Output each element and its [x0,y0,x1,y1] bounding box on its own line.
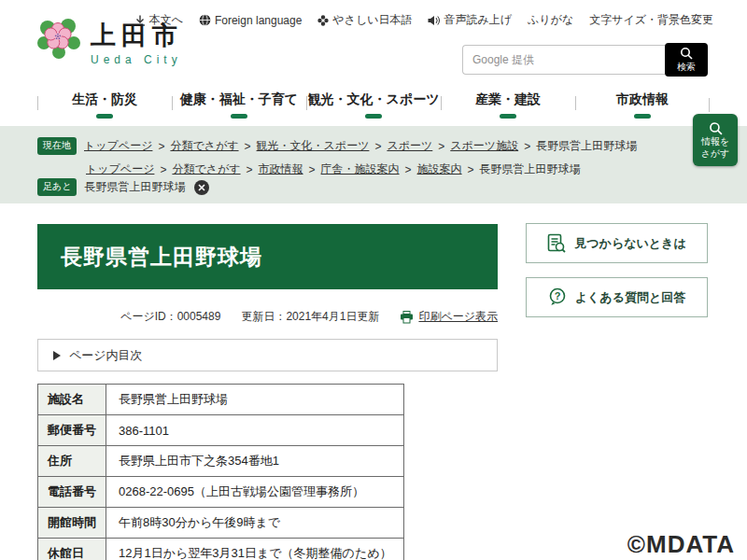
breadcrumb-separator: > [247,163,253,176]
table-row: 電話番号 0268-22-0695（上田古戦場公園管理事務所） [38,477,404,508]
nav-item[interactable]: 市政情報 [575,91,710,119]
breadcrumb-separator: > [405,163,412,176]
page-title: 長野県営上田野球場 [61,243,262,272]
site-logo[interactable]: 上田市 Ueda City [35,17,183,66]
printer-icon [400,311,414,324]
page-title-banner: 長野県営上田野球場 [37,224,498,289]
breadcrumb-separator: > [438,140,444,153]
breadcrumb-link[interactable]: 分類でさがす [170,138,238,154]
search-icon [680,47,693,60]
row-header: 電話番号 [38,477,106,508]
breadcrumb-link[interactable]: スポーツ [387,138,432,154]
info-search-button[interactable]: 情報を さがす [693,114,738,166]
speaker-icon [428,15,440,26]
search-form: 検索 [462,43,708,77]
page-meta: ページID：0005489 更新日：2021年4月1日更新 印刷ページ表示 [37,309,498,325]
breadcrumb-trail-1: トップページ > 分類でさがす > 観光・文化・スポーツ > スポーツ > スポ… [84,138,637,154]
row-value: 長野県上田市下之条354番地1 [106,446,404,477]
not-found-button[interactable]: 見つからないときは [526,223,708,263]
row-value: 386-1101 [106,415,404,446]
search-button[interactable]: 検索 [665,43,708,77]
breadcrumb-link: 長野県営上田野球場 [536,138,637,154]
breadcrumb-link[interactable]: トップページ [86,161,154,177]
utility-furigana[interactable]: ふりがな [528,12,573,28]
question-icon: ? [548,287,567,307]
breadcrumb-link[interactable]: トップページ [84,138,152,154]
breadcrumb-link[interactable]: 市政情報 [259,161,303,177]
breadcrumb-separator: > [468,163,474,176]
row-header: 休館日 [38,539,106,560]
breadcrumb-link: 長野県営上田野球場 [480,161,581,177]
nav-active-indicator [231,114,247,119]
watermark: ©MDATA [627,530,735,559]
city-name: 上田市 [91,22,183,50]
print-link[interactable]: 印刷ページ表示 [400,309,498,325]
row-header: 施設名 [38,385,106,415]
search-input[interactable] [462,45,665,75]
caret-right-icon [53,351,61,360]
row-value: 12月1日から翌年3月31日まで（冬期整備のため） [106,539,404,560]
row-header: 住所 [38,446,106,477]
nav-item[interactable]: 観光・文化・スポーツ [306,91,441,119]
close-icon[interactable] [194,180,209,195]
nav-active-indicator [365,114,382,119]
nav-active-indicator [500,114,516,119]
table-row: 郵便番号 386-1101 [38,415,404,446]
utility-bar: 本文へ Foreign language やさしい日本語 音声読み上げ ふりがな… [134,12,713,28]
nav-item[interactable]: 健康・福祉・子育て [172,91,306,119]
footprint-item: 長野県営上田野球場 [84,179,185,195]
utility-foreign-language[interactable]: Foreign language [199,14,302,27]
breadcrumb-separator: > [374,140,381,153]
breadcrumb-separator: > [160,163,166,176]
utility-easy-japanese[interactable]: やさしい日本語 [317,12,412,28]
facility-table: 施設名 長野県営上田野球場 郵便番号 386-1101 住所 長野県上田市下之条… [37,384,404,560]
row-value: 長野県営上田野球場 [106,385,404,415]
breadcrumb-link[interactable]: 庁舎・施設案内 [321,161,400,177]
global-nav: 生活・防災 健康・福祉・子育て 観光・文化・スポーツ 産業・建設 市政情報 [0,84,747,126]
toc-label: ページ内目次 [69,347,143,364]
nav-item[interactable]: 産業・建設 [441,91,575,119]
table-row: 施設名 長野県営上田野球場 [38,385,404,415]
breadcrumb-separator: > [245,140,251,153]
table-row: 休館日 12月1日から翌年3月31日まで（冬期整備のため） [38,539,404,560]
breadcrumb-link[interactable]: 分類でさがす [172,161,240,177]
row-value: 午前8時30分から午後9時まで [106,508,404,539]
document-search-icon [547,233,566,254]
table-row: 住所 長野県上田市下之条354番地1 [38,446,404,477]
breadcrumb-band: 現在地 トップページ > 分類でさがす > 観光・文化・スポーツ > スポーツ … [0,126,747,203]
page-root: 本文へ Foreign language やさしい日本語 音声読み上げ ふりがな… [0,0,747,560]
flower-icon [317,15,329,26]
breadcrumb-separator: > [158,140,164,153]
updated-date: 更新日：2021年4月1日更新 [241,309,379,325]
utility-text-size[interactable]: 文字サイズ・背景色変更 [589,12,713,28]
utility-speech-readout[interactable]: 音声読み上げ [428,12,512,28]
breadcrumb-separator: > [524,140,530,153]
breadcrumb-link[interactable]: スポーツ施設 [450,138,518,154]
svg-text:?: ? [554,290,560,301]
breadcrumb-link[interactable]: 観光・文化・スポーツ [257,138,370,154]
nav-active-indicator [96,114,113,119]
globe-icon [199,14,211,26]
faq-button[interactable]: ? よくある質問と回答 [526,277,708,317]
city-name-en: Ueda City [91,53,183,66]
row-header: 開館時間 [38,508,106,539]
nav-active-indicator [634,114,651,119]
nav-item[interactable]: 生活・防災 [37,91,172,119]
current-location-badge: 現在地 [37,137,77,155]
breadcrumb-link[interactable]: 施設案内 [417,161,462,177]
breadcrumb-trail-2: トップページ > 分類でさがす > 市政情報 > 庁舎・施設案内 > 施設案内 … [86,161,581,177]
row-value: 0268-22-0695（上田古戦場公園管理事務所） [106,477,404,508]
page-id: ページID：0005489 [120,309,220,325]
search-icon [709,121,723,135]
toc-accordion[interactable]: ページ内目次 [37,339,498,371]
logo-flower-icon [35,17,82,60]
footprint-badge: 足あと [37,178,77,196]
row-header: 郵便番号 [38,415,106,446]
table-row: 開館時間 午前8時30分から午後9時まで [38,508,404,539]
breadcrumb-separator: > [309,163,316,176]
